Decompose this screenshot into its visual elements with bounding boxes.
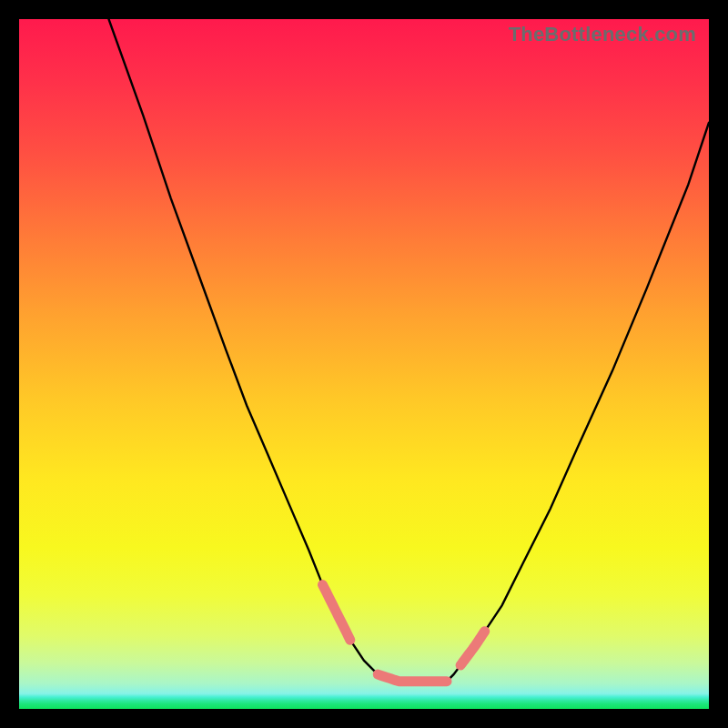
highlight-floor [378, 674, 447, 682]
highlight-right [460, 632, 485, 665]
bottleneck-curve [19, 19, 709, 709]
plot-area: TheBottleneck.com [19, 19, 709, 709]
watermark-text: TheBottleneck.com [509, 23, 696, 46]
chart-frame: TheBottleneck.com [0, 0, 728, 728]
curve-path [109, 19, 710, 682]
highlight-left [323, 585, 350, 641]
